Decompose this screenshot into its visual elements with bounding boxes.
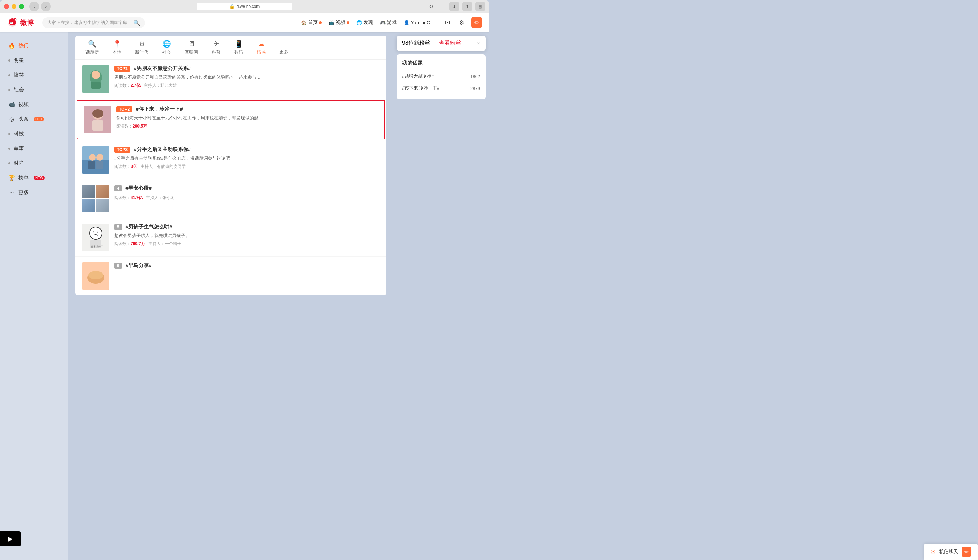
tab-society[interactable]: 🌐 社会 [155,35,178,60]
society-tab-icon: 🌐 [162,40,171,48]
my-topics-card: 我的话题 #越强大越冷净# 1862 #停下来 冷净一下# 2879 [397,54,486,100]
svg-rect-16 [97,162,103,169]
content: 🔥 热门 明星 搞笑 社会 📹 视频 ◎ 头条 HOT [0,32,489,560]
tab-digital[interactable]: 📱 数码 [227,35,250,60]
topic-header-6: 6 #早鸟分享# [114,262,380,269]
compose-button[interactable]: ✏ [471,17,482,28]
dot-icon [8,60,10,62]
tab-emotion[interactable]: ☁ 情感 [250,35,273,60]
notif-close-button[interactable]: × [477,40,480,47]
nav-link-video[interactable]: 📺 视频 · [328,20,350,26]
views-label-1: 阅读数： [114,83,131,88]
host-name-1: 野比大雄 [160,83,177,88]
minimize-button[interactable] [12,4,17,9]
sidebar-item-tech[interactable]: 科技 [0,127,68,140]
topic-item-5[interactable]: 你太过分了 5 #男孩子生气怎么哄# 想教会男孩子哄人，就先哄哄男孩子。 阅读数… [75,218,387,257]
topic-meta-3: 阅读数：3亿 主持人：有故事的皮同学 [114,164,380,170]
close-button[interactable] [4,4,9,9]
lock-icon: 🔒 [230,4,235,9]
nav-link-discover[interactable]: 🌐 发现 [357,20,373,26]
notif-text: 98位新粉丝， [402,40,436,47]
topic-item-2[interactable]: TOP2 #停下来，冷净一下# 你可能每天十小时甚至十几个小时在工作，周末也在加… [77,100,385,140]
sidebar-item-trending[interactable]: 🔥 热门 [0,39,68,52]
notif-link[interactable]: 查看粉丝 [439,40,461,47]
sidebar-button[interactable]: ▤ [475,2,485,11]
topic-header-4: 4 #早安心语# [114,185,380,192]
topic-desc-1: 男朋友不愿意公开和自己恋爱的关系，你有过类似的体验吗？一起来参与... [114,74,380,81]
sidebar-label-video: 视频 [18,101,29,108]
sidebar-label-trending: 热门 [18,42,29,49]
views-label-4: 阅读数： [114,195,131,200]
topic-item-1[interactable]: TOP1 #男朋友不愿意公开关系# 男朋友不愿意公开和自己恋爱的关系，你有过类似… [75,60,387,98]
new-badge: NEW [33,176,45,180]
logo[interactable]: 微博 [7,17,33,28]
sidebar-item-funny[interactable]: 搞笑 [0,68,68,82]
download-button[interactable]: ⬇ [449,2,459,11]
sidebar-item-video[interactable]: 📹 视频 [0,98,68,111]
svg-point-14 [97,154,103,161]
settings-button[interactable]: ⚙ [457,18,467,27]
share-button[interactable]: ⬆ [462,2,472,11]
refresh-button[interactable]: ↻ [427,2,436,11]
sidebar-item-stars[interactable]: 明星 [0,54,68,67]
nav-buttons: ‹ › [29,2,51,11]
video-thumbnail[interactable]: ▶ [0,531,20,546]
new-era-tab-label: 新时代 [135,49,148,55]
address-bar[interactable]: 🔒 d.weibo.com [197,3,292,10]
dot-icon [8,74,10,76]
nav-user[interactable]: 👤 YumingC [403,20,430,25]
sidebar-item-rankings[interactable]: 🏆 榜单 NEW [0,171,68,185]
host-label-1: 主持人： [144,83,160,88]
topic-header-5: 5 #男孩子生气怎么哄# [114,223,380,230]
fullscreen-button[interactable] [19,4,24,9]
tab-internet[interactable]: 🖥 互联网 [178,36,205,60]
video-badge: · [347,21,350,24]
discover-icon: 🌐 [357,20,362,25]
views-count-5: 760.7万 [131,242,145,246]
host-name-5: 一个帽子 [165,242,181,246]
topic-rank-6: 6 [114,263,122,269]
views-label-3: 阅读数： [114,164,131,169]
sidebar-item-more[interactable]: ··· 更多 [0,186,68,199]
svg-text:你太过分了: 你太过分了 [91,245,103,248]
topic-item-3[interactable]: TOP3 #分手之后又主动联系你# #分手之后有主动联系你#是什么心态，带话题词… [75,141,387,180]
forward-button[interactable]: › [41,2,51,11]
topic-content-2: TOP2 #停下来，冷净一下# 你可能每天十小时甚至十几个小时在工作，周末也在加… [116,106,378,129]
sidebar-label-society: 社会 [14,87,24,93]
tab-topic-list[interactable]: 🔍 话题榜 [79,35,106,60]
nav-link-home[interactable]: 🏠 首页 · [301,20,322,26]
search-bar[interactable]: 大家正在搜：建议将生僻字纳入国家字库 🔍 [42,17,145,28]
tab-local[interactable]: 📍 本地 [106,35,128,60]
topic-title-6: #早鸟分享# [125,262,152,268]
views-count-1: 2.7亿 [131,83,140,88]
topic-thumb-1 [82,65,110,93]
svg-rect-12 [82,160,110,174]
topic-tab-label: 话题榜 [85,49,99,55]
tab-science[interactable]: ✈ 科普 [205,35,227,60]
svg-rect-15 [88,162,95,169]
svg-rect-9 [92,120,103,131]
sidebar-item-fashion[interactable]: 时尚 [0,157,68,170]
views-label-5: 阅读数： [114,242,131,246]
internet-tab-label: 互联网 [185,49,198,55]
messages-button[interactable]: ✉ [443,18,452,27]
topic-title-4: #早安心语# [125,185,152,191]
my-topic-item-1[interactable]: #越强大越冷净# 1862 [402,70,480,82]
search-icon[interactable]: 🔍 [133,20,140,26]
nav-link-games[interactable]: 🎮 游戏 [380,20,397,26]
main-feed: 🔍 话题榜 📍 本地 ⚙ 新时代 🌐 社会 [68,32,393,560]
tab-more[interactable]: ··· 更多 [273,36,295,59]
tab-new-era[interactable]: ⚙ 新时代 [128,35,155,60]
topic-item-6[interactable]: 6 #早鸟分享# [75,257,387,295]
sidebar-item-society[interactable]: 社会 [0,83,68,97]
back-button[interactable]: ‹ [29,2,39,11]
sidebar-item-headline[interactable]: ◎ 头条 HOT [0,112,68,126]
views-label-2: 阅读数： [116,124,133,128]
sidebar-item-military[interactable]: 军事 [0,142,68,155]
svg-point-13 [89,154,96,161]
my-topic-item-2[interactable]: #停下来 冷净一下# 2879 [402,82,480,94]
internet-tab-icon: 🖥 [188,40,195,48]
new-era-tab-icon: ⚙ [139,40,145,48]
topic-item-4[interactable]: 4 #早安心语# 阅读数：41.7亿 主持人：张小闲 [75,180,387,218]
topic-title-3: #分手之后又主动联系你# [134,146,191,152]
